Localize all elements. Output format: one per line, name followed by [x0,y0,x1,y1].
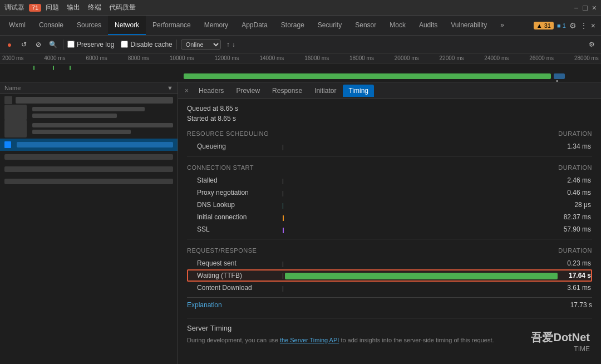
tab-appdata[interactable]: AppData [235,16,274,35]
initial-connection-duration: 82.37 ms [546,213,591,221]
warning-badge: ▲ 31 [534,22,554,29]
filter-icon[interactable]: ⊘ [32,38,45,51]
tab-security[interactable]: Security [311,16,348,35]
refresh-button[interactable]: ↺ [18,38,30,51]
tab-bar-right: ▲ 31 ■ 1 ⚙ ⋮ × [534,21,599,30]
disable-cache-label: Disable cache [130,41,172,48]
ruler-ticks: 2000 ms 4000 ms 6000 ms 8000 ms 10000 ms… [2,55,599,61]
maximize-button[interactable]: □ [583,3,587,12]
tab-console[interactable]: Console [32,16,70,35]
sub-tab-close-button[interactable]: × [181,87,192,95]
menu-item-code-quality[interactable]: 代码质量 [109,3,136,12]
tick-10: 20000 ms [395,55,419,61]
stalled-label: Stalled [188,176,283,184]
sub-tab-initiator[interactable]: Initiator [309,85,342,97]
dns-marker [283,203,283,209]
tab-wxml[interactable]: Wxml [2,16,32,35]
tick-3: 6000 ms [86,55,107,61]
initial-connection-label: Initial connection [188,213,283,221]
sort-icon[interactable]: ▼ [167,85,173,91]
proxy-label: Proxy negotiation [188,189,283,196]
server-timing-desc-before: During development, you can use [187,337,280,343]
item-icon-lg [4,120,27,137]
tab-storage[interactable]: Storage [274,16,311,35]
network-list-item[interactable] [0,163,178,175]
disable-cache-input[interactable] [121,41,128,48]
queueing-bar-area [283,142,546,150]
throttle-select[interactable]: Online Slow 3G Fast 3G Offline [181,40,221,50]
tab-performance[interactable]: Performance [146,16,198,35]
network-list-item[interactable] [0,94,178,106]
menu-item-question[interactable]: 问题 [46,3,59,12]
record-button[interactable]: ● [3,38,16,51]
name-column-header: Name [4,85,21,91]
item-bar-1 [32,123,173,127]
disable-cache-checkbox[interactable]: Disable cache [121,41,172,48]
preserve-log-checkbox[interactable]: Preserve log [67,41,114,48]
request-response-title: Request/Response [187,247,257,254]
item-bar [4,179,173,184]
sub-tab-bar: × Headers Preview Response Initiator Tim… [178,82,601,99]
close-button[interactable]: × [592,3,597,12]
tab-sensor[interactable]: Sensor [348,16,383,35]
queueing-marker [283,145,283,150]
item-icon-selected [4,141,11,148]
item-name-bar [16,97,173,104]
request-sent-label: Request sent [188,259,283,267]
queueing-label: Queueing [188,142,283,150]
sub-tab-timing[interactable]: Timing [343,85,374,97]
proxy-marker [283,191,283,196]
ssl-row: SSL 57.90 ms [187,223,592,235]
content-download-bar-area [283,284,546,292]
waiting-ttfb-bar [285,273,558,279]
close-panel-icon[interactable]: × [591,21,595,30]
content-download-label: Content Download [188,284,283,292]
server-timing-title: Server Timing [187,324,592,332]
item-bar [4,154,173,160]
sub-tab-preview[interactable]: Preview [230,85,265,97]
proxy-bar-area [283,189,546,196]
tick-9: 18000 ms [349,55,374,61]
tab-mock[interactable]: Mock [383,16,412,35]
content-download-marker [283,286,283,292]
network-list-item[interactable] [0,106,178,119]
menu-item-terminal[interactable]: 终端 [88,3,101,12]
sub-tab-response[interactable]: Response [267,85,308,97]
tab-audits[interactable]: Audits [412,16,444,35]
request-sent-row: Request sent 0.23 ms [187,257,592,269]
minimize-button[interactable]: − [574,3,578,12]
tab-network[interactable]: Network [108,16,146,35]
tab-more[interactable]: » [494,16,511,35]
preserve-log-label: Preserve log [77,41,114,48]
tab-memory[interactable]: Memory [198,16,235,35]
network-list-item-selected[interactable] [0,139,178,151]
server-timing-api-link[interactable]: the Server Timing API [280,337,339,343]
preserve-log-input[interactable] [67,41,75,48]
search-button[interactable]: 🔍 [47,38,59,51]
menu-item-output[interactable]: 输出 [67,3,80,12]
network-list-item[interactable] [0,175,178,188]
timeline-content [0,63,601,82]
tab-sources[interactable]: Sources [70,16,108,35]
tick-8: 16000 ms [304,55,329,61]
settings-network-icon[interactable]: ⚙ [585,38,598,51]
tick-13: 26000 ms [529,55,554,61]
queueing-duration: 1.34 ms [546,142,591,150]
title-badge: 71 [29,4,41,12]
ssl-duration: 57.90 ms [546,225,591,233]
settings-icon[interactable]: ⚙ [569,21,577,30]
initial-connection-bar-area [283,213,546,221]
more-options-icon[interactable]: ⋮ [580,21,588,30]
download-icon: ↓ [232,41,235,48]
sub-tab-headers[interactable]: Headers [193,85,229,97]
timing-content: Queued at 8.65 s Started at 8.65 s Resou… [178,99,601,364]
connection-start-section: Connection Start DURATION Stalled 2.46 m… [187,164,592,235]
explanation-link[interactable]: Explanation [187,301,222,309]
tick-4: 8000 ms [128,55,149,61]
tab-vulnerability[interactable]: Vulnerability [444,16,494,35]
server-timing-desc-after: to add insights into the server-side tim… [341,337,494,343]
network-list-item[interactable] [0,151,178,163]
queued-at-info: Queued at 8.65 s [187,105,592,112]
tick-6: 12000 ms [215,55,239,61]
network-list-item[interactable] [0,119,178,139]
